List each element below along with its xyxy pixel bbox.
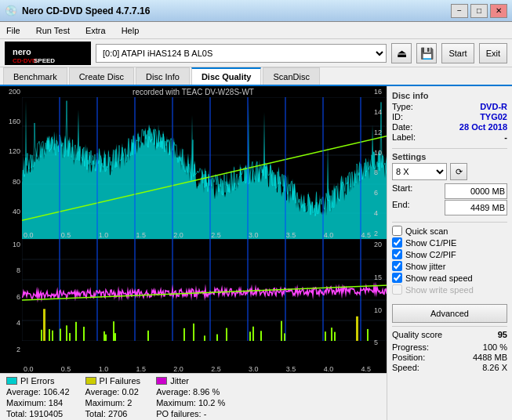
menu-bar: File Run Test Extra Help [0,22,512,39]
quality-score-value: 95 [498,330,507,339]
show-jitter-label: Show jitter [405,262,445,271]
legend-jitter: Jitter Average: 8.96 % Maximum: 10.2 % P… [156,376,225,418]
x-axis-bottom: 0.00.51.01.52.02.53.03.54.04.5 [22,365,372,373]
pi-errors-label: PI Errors [20,376,54,386]
disc-date-value: 28 Oct 2018 [459,122,507,132]
disc-date-key: Date: [392,122,412,132]
menu-help[interactable]: Help [118,24,143,37]
show-c1-row: Show C1/PIE [392,237,507,248]
disc-type-key: Type: [392,102,413,111]
toolbar: nero CD·DVD SPEED [0:0] ATAPI iHAS124 B … [0,39,512,67]
tab-benchmark[interactable]: Benchmark [3,67,67,85]
speed-row-2: Speed: 8.26 X [392,363,507,372]
show-write-speed-checkbox [392,284,402,295]
top-chart-canvas [22,97,387,239]
disc-id-key: ID: [392,112,403,121]
disc-label-value: - [504,132,507,142]
show-jitter-row: Show jitter [392,261,507,271]
speed-row: 8 X 2 X 4 X Maximum ⟳ [392,163,507,180]
start-label: Start: [392,183,412,199]
pi-errors-total: Total: 1910405 [6,409,70,418]
quality-score-row: Quality score 95 [392,330,507,339]
pi-failures-label: PI Failures [100,376,141,386]
speed-value: 8.26 X [482,363,507,372]
position-label: Position: [392,353,425,362]
disc-type-value: DVD-R [480,102,507,111]
show-write-speed-label: Show write speed [405,285,474,295]
jitter-color [156,377,167,385]
show-read-speed-checkbox[interactable] [392,273,402,283]
disc-info-section: Disc info Type: DVD-R ID: TYG02 Date: 28… [392,91,507,142]
quality-score-label: Quality score [392,330,442,339]
show-read-speed-label: Show read speed [405,273,473,283]
main-content: recorded with TEAC DV-W28S-WT 200 160 12… [0,86,512,420]
drive-select[interactable]: [0:0] ATAPI iHAS124 B AL0S [96,44,387,63]
y-axis-left-top: 200 160 120 80 40 [0,86,22,239]
position-value: 4488 MB [473,353,507,362]
disc-id-value: TYG02 [480,112,507,121]
legend-pi-errors: PI Errors Average: 106.42 Maximum: 184 T… [6,376,70,418]
x-axis-top: 0.00.51.01.52.02.53.03.54.04.5 [22,231,372,239]
position-row: Position: 4488 MB [392,353,507,362]
menu-file[interactable]: File [3,24,24,37]
divider-3 [392,326,507,327]
tab-create-disc[interactable]: Create Disc [69,67,134,85]
quick-scan-row: Quick scan [392,226,507,236]
minimize-button[interactable]: − [451,4,468,18]
chart-top: recorded with TEAC DV-W28S-WT 200 160 12… [0,86,387,239]
svg-text:nero: nero [13,47,31,56]
advanced-button[interactable]: Advanced [392,304,507,323]
show-c1-checkbox[interactable] [392,237,402,248]
svg-text:SPEED: SPEED [34,57,55,64]
tabs-bar: Benchmark Create Disc Disc Info Disc Qua… [0,67,512,86]
maximize-button[interactable]: □ [470,4,488,18]
progress-row: Progress: 100 % [392,342,507,352]
settings-label: Settings [392,152,507,161]
quick-scan-checkbox[interactable] [392,226,402,236]
show-jitter-checkbox[interactable] [392,261,402,271]
y-axis-left-bottom: 10 8 6 4 2 [0,239,22,373]
pi-errors-max: Maximum: 184 [6,398,70,407]
jitter-label: Jitter [170,376,189,386]
right-panel: Disc info Type: DVD-R ID: TYG02 Date: 28… [387,86,512,420]
show-c2-row: Show C2/PIF [392,249,507,259]
speed-select[interactable]: 8 X 2 X 4 X Maximum [392,163,447,180]
title-controls: − □ ✕ [451,4,507,18]
close-button[interactable]: ✕ [490,4,507,18]
eject-icon[interactable]: ⏏ [391,43,412,63]
end-label: End: [392,200,410,215]
settings-section: Settings 8 X 2 X 4 X Maximum ⟳ Start: En… [392,152,507,215]
menu-run-test[interactable]: Run Test [33,24,73,37]
tab-scan-disc[interactable]: ScanDisc [263,67,319,85]
nero-logo: nero CD·DVD SPEED [5,42,91,65]
pi-failures-total: Total: 2706 [85,409,141,418]
refresh-icon[interactable]: ⟳ [450,163,467,180]
chart-bottom: 10 8 6 4 2 20 15 10 5 0.00.51.01.52.02.5… [0,239,387,373]
disc-date-row: Date: 28 Oct 2018 [392,122,507,132]
show-c2-checkbox[interactable] [392,249,402,259]
progress-section: Progress: 100 % Position: 4488 MB Speed:… [392,342,507,372]
tab-disc-quality[interactable]: Disc Quality [191,67,262,85]
jitter-max: Maximum: 10.2 % [156,398,225,407]
start-input[interactable] [445,183,507,199]
disc-info-label: Disc info [392,91,507,100]
start-button[interactable]: Start [441,43,474,63]
tab-disc-info[interactable]: Disc Info [136,67,190,85]
pi-failures-avg: Average: 0.02 [85,387,141,396]
save-icon[interactable]: 💾 [416,43,437,63]
progress-label: Progress: [392,342,429,352]
end-input[interactable] [445,200,507,215]
show-read-speed-row: Show read speed [392,273,507,283]
show-write-speed-row: Show write speed [392,284,507,295]
y-axis-right-bottom: 20 15 10 5 [372,239,387,373]
legend-area: PI Errors Average: 106.42 Maximum: 184 T… [0,373,387,420]
pi-failures-color [85,377,96,385]
chart-wrapper: recorded with TEAC DV-W28S-WT 200 160 12… [0,86,387,420]
menu-extra[interactable]: Extra [82,24,109,37]
chart-recorded-with: recorded with TEAC DV-W28S-WT [133,88,254,96]
end-row: End: [392,200,507,215]
exit-button[interactable]: Exit [479,43,507,63]
bottom-chart-canvas [22,239,387,341]
divider-1 [392,148,507,149]
pi-errors-color [6,377,17,385]
